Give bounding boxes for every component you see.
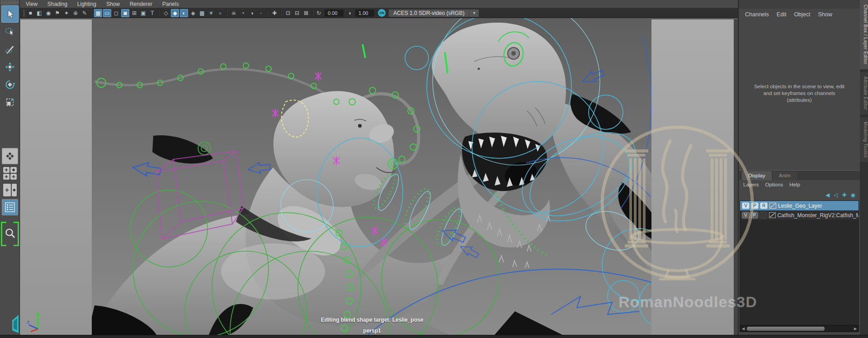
no-post-effect-icon[interactable]: ⊠ xyxy=(302,9,310,17)
scale-tool-button[interactable] xyxy=(1,94,19,111)
separator[interactable] xyxy=(159,10,160,16)
channel-box-menu-item[interactable]: Object xyxy=(794,11,810,18)
exposure-value-field[interactable]: 0.00 xyxy=(325,10,344,17)
lights-icon[interactable]: ☀ xyxy=(207,9,215,17)
isolate-select-icon[interactable]: ▪ xyxy=(257,9,265,17)
viewport-menu-item[interactable]: Shading xyxy=(47,1,67,7)
blend-shape-status-message: Editing blend shape target: Leslie_pose xyxy=(92,317,652,323)
snapshot-icon[interactable]: ⊡ xyxy=(284,9,292,17)
viewport-menu-item[interactable]: Renderer xyxy=(130,1,152,7)
field-chart-icon[interactable]: ⊞ xyxy=(130,9,138,17)
viewport-canvas[interactable] xyxy=(20,18,738,335)
bookmark-icon[interactable]: ⚑ xyxy=(53,9,61,17)
panel-top-strip xyxy=(739,0,860,9)
toolbox-partial-icon[interactable] xyxy=(12,299,19,336)
grid-icon[interactable]: ▦ xyxy=(94,9,102,17)
layer-playback-toggle[interactable]: P xyxy=(751,202,759,209)
gate-mask-icon[interactable]: ◙ xyxy=(121,9,129,17)
perspective-viewport[interactable]: Editing blend shape target: Leslie_pose … xyxy=(20,18,738,335)
safe-title-icon[interactable]: T xyxy=(148,9,156,17)
camera-select-icon[interactable]: ■ xyxy=(26,9,34,17)
layer-color-swatch[interactable] xyxy=(769,212,776,219)
scrollbar-thumb[interactable] xyxy=(747,327,825,331)
shadows-icon[interactable]: ● xyxy=(216,9,224,17)
chevron-down-icon[interactable]: ▼ xyxy=(469,10,479,17)
four-view-layout-button[interactable] xyxy=(2,166,18,181)
separator[interactable] xyxy=(312,10,313,16)
viewport-menu-item[interactable]: Show xyxy=(106,1,120,7)
single-pane-layout-button[interactable] xyxy=(2,148,18,164)
layer-visibility-toggle[interactable]: V xyxy=(742,212,750,219)
safe-action-icon[interactable]: ▣ xyxy=(139,9,147,17)
wireframe-icon[interactable]: ◇ xyxy=(162,9,170,17)
two-pane-layout-button[interactable] xyxy=(2,182,18,198)
move-layer-down-icon[interactable]: ◁ xyxy=(834,192,838,198)
camera-attributes-icon[interactable]: ◉ xyxy=(44,9,52,17)
color-management-toggle[interactable]: ON xyxy=(378,9,386,17)
smooth-shade-icon[interactable]: ◆ xyxy=(171,9,179,17)
layer-row[interactable]: V P Catfish_Monster_RigV2:Catfish_M xyxy=(740,210,859,220)
textured-icon[interactable]: ◐ xyxy=(180,9,188,17)
toolbar-grip[interactable] xyxy=(23,10,25,16)
tab-modeling-toolkit[interactable]: Modeling Toolkit xyxy=(860,117,868,162)
channel-box-menu-item[interactable]: Channels xyxy=(745,11,769,18)
xray-icon[interactable]: ◔ xyxy=(239,9,247,17)
separator[interactable] xyxy=(91,10,92,16)
viewport-menu-item[interactable]: Lighting xyxy=(77,1,96,7)
viewport-menu-item[interactable]: Panels xyxy=(162,1,179,7)
move-tool-button[interactable] xyxy=(1,58,19,76)
channel-box-menu-item[interactable]: Show xyxy=(818,11,832,18)
scroll-right-arrow-icon[interactable]: ▶ xyxy=(852,326,859,332)
film-gate-icon[interactable]: ▭ xyxy=(103,9,111,17)
xray-joints-icon[interactable]: ☠ xyxy=(230,9,238,17)
tab-attribute-editor[interactable]: Attribute Editor xyxy=(860,72,868,114)
channel-box-menu-item[interactable]: Edit xyxy=(777,11,787,18)
move-layer-up-icon[interactable]: ◀ xyxy=(826,192,830,198)
tab-anim[interactable]: Anim xyxy=(773,171,797,180)
camera-lock-icon[interactable]: ◧ xyxy=(35,9,43,17)
annotate-pencil-icon[interactable]: ✎ xyxy=(80,9,89,17)
layer-row[interactable]: V P R Leslie_Geo_Layer xyxy=(740,201,859,210)
resolution-gate-icon[interactable]: ◻ xyxy=(112,9,120,17)
separator[interactable] xyxy=(267,10,268,16)
rotate-tool-button[interactable] xyxy=(1,76,19,93)
select-highlight-icon[interactable]: ✚ xyxy=(270,9,278,17)
multi-pane-icon[interactable]: ⊟ xyxy=(293,9,301,17)
contrast-icon[interactable]: ◑ xyxy=(345,9,354,17)
select-tool-button[interactable] xyxy=(1,5,19,23)
layer-color-swatch[interactable] xyxy=(769,202,777,209)
separator[interactable] xyxy=(281,10,282,16)
new-layer-from-selected-icon[interactable]: ◉ xyxy=(851,192,855,198)
layer-visibility-toggle[interactable]: V xyxy=(742,202,750,209)
layer-editor-menu-item[interactable]: Help xyxy=(789,182,800,187)
new-empty-layer-icon[interactable]: ✚ xyxy=(842,192,846,198)
layer-editor-menu-item[interactable]: Layers xyxy=(743,182,759,187)
viewport-menu-item[interactable]: View xyxy=(26,1,38,7)
use-default-material-icon[interactable]: ▩ xyxy=(198,9,206,17)
snap-view-icon[interactable]: ⊕ xyxy=(71,9,80,17)
layer-playback-toggle[interactable]: P xyxy=(751,212,759,219)
view-axis-gizmo[interactable]: z xyxy=(25,310,51,335)
outliner-persp-layout-button[interactable] xyxy=(2,199,18,215)
image-plane-icon[interactable]: ✦ xyxy=(62,9,71,17)
layer-name[interactable]: Catfish_Monster_RigV2:Catfish_M xyxy=(777,212,859,219)
colorspace-dropdown[interactable]: ACES 1.0 SDR-video (sRGB) ▼ xyxy=(388,9,479,17)
catfish-monster-model[interactable] xyxy=(88,69,452,335)
xray-active-icon[interactable]: ◑ xyxy=(248,9,256,17)
layer-name[interactable]: Leslie_Geo_Layer xyxy=(778,203,822,209)
paint-select-tool-button[interactable] xyxy=(1,41,19,58)
gamma-value-field[interactable]: 1.00 xyxy=(355,10,374,17)
layer-list-scrollbar[interactable]: ◀ ▶ xyxy=(740,325,859,332)
separator[interactable] xyxy=(226,10,227,16)
toolbox-grip[interactable] xyxy=(1,0,19,5)
layer-editor-menu-item[interactable]: Options xyxy=(765,182,783,187)
layer-display-type-toggle[interactable]: R xyxy=(760,202,768,209)
textured-cube-icon[interactable]: ◈ xyxy=(189,9,197,17)
layer-display-type-toggle[interactable] xyxy=(760,212,767,219)
lasso-select-tool-button[interactable] xyxy=(1,23,19,40)
scroll-left-arrow-icon[interactable]: ◀ xyxy=(740,326,746,332)
tab-display[interactable]: Display xyxy=(742,171,772,180)
tab-channel-box-layer-editor[interactable]: Channel Box / Layer Editor xyxy=(860,0,868,69)
exposure-icon[interactable]: ↻ xyxy=(315,9,323,17)
zoom-overlay-tool[interactable] xyxy=(1,222,19,246)
